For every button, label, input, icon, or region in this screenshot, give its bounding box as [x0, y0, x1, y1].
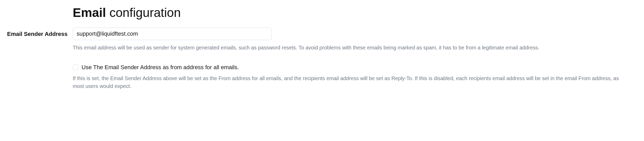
- email-sender-address-input[interactable]: [73, 28, 272, 40]
- email-sender-address-label: Email Sender Address: [5, 28, 68, 37]
- use-sender-as-from-label[interactable]: Use The Email Sender Address as from add…: [82, 64, 239, 71]
- email-sender-address-help: This email address will be used as sende…: [73, 44, 623, 52]
- use-sender-as-from-checkbox[interactable]: [73, 65, 78, 70]
- section-title: Email configuration: [73, 5, 639, 20]
- use-sender-as-from-help: If this is set, the Email Sender Address…: [73, 74, 623, 90]
- section-title-rest: configuration: [106, 6, 181, 20]
- section-title-bold: Email: [73, 6, 106, 20]
